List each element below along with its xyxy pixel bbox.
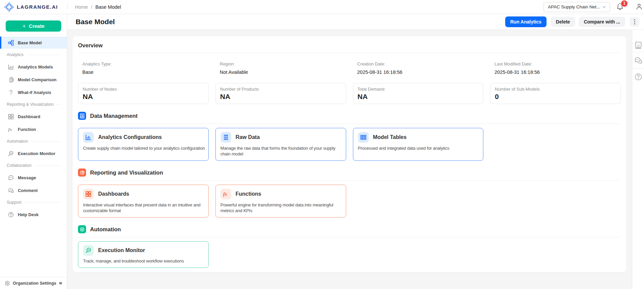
more-actions-button[interactable] bbox=[630, 17, 639, 27]
sidebar-item-label: What-if Analysis bbox=[18, 90, 51, 95]
stat-value: NA bbox=[358, 93, 479, 101]
run-analytics-button[interactable]: Run Analytics bbox=[505, 16, 547, 27]
field-value: 2025-08-31 16:18:56 bbox=[357, 69, 484, 75]
sidebar-item-message[interactable]: Message bbox=[0, 172, 67, 184]
field-value: Base bbox=[82, 69, 209, 75]
organization-settings-button[interactable]: Organization Settings bbox=[13, 281, 56, 286]
stat-value: NA bbox=[83, 93, 204, 101]
rail-chat-button[interactable] bbox=[632, 52, 644, 68]
sidebar-footer: Organization Settings « bbox=[0, 277, 67, 289]
logo: LAGRANGE.AI bbox=[0, 2, 67, 12]
comment-bubbles-icon bbox=[8, 188, 14, 193]
card-head: Raw Data bbox=[220, 132, 341, 143]
question-mark-icon bbox=[8, 90, 14, 95]
field-label: Creation Date: bbox=[357, 61, 484, 66]
raw-data-card[interactable]: Raw Data Manage the raw data that forms … bbox=[215, 128, 346, 161]
data-management-cards: Analytics Configurations Create supply c… bbox=[78, 128, 621, 161]
breadcrumb-home[interactable]: Home bbox=[75, 4, 88, 10]
function-fx-icon: fx bbox=[8, 127, 14, 132]
functions-card[interactable]: fx Functions Powerful engine for transfo… bbox=[215, 185, 346, 218]
sidebar-item-label: Function bbox=[18, 127, 36, 132]
card-head: Dashboards bbox=[83, 189, 204, 199]
vertical-dots-icon bbox=[634, 19, 635, 25]
bar-chart-icon bbox=[8, 64, 14, 70]
card-description: Interactive visual interfaces that prese… bbox=[83, 202, 207, 213]
sidebar-section-collaboration: Collaboration bbox=[0, 160, 67, 171]
card-title: Raw Data bbox=[236, 134, 260, 140]
analytics-configurations-card[interactable]: Analytics Configurations Create supply c… bbox=[78, 128, 209, 161]
help-circle-icon bbox=[8, 212, 14, 218]
sidebar-item-dashboard[interactable]: Dashboard bbox=[0, 110, 67, 123]
field-value: Not Available bbox=[220, 69, 346, 75]
sidebar-item-label: Dashboard bbox=[18, 114, 40, 119]
execution-monitor-card[interactable]: Execution Monitor Track, manage, and tro… bbox=[78, 241, 209, 268]
card-head: fx Functions bbox=[220, 189, 341, 199]
create-button[interactable]: + Create bbox=[6, 20, 61, 32]
section-title: Reporting and Visualization bbox=[90, 170, 163, 176]
card-head: Analytics Configurations bbox=[83, 132, 204, 143]
section-title: Automation bbox=[90, 226, 121, 233]
sidebar-item-label: Execution Monitor bbox=[18, 151, 55, 156]
model-tables-card[interactable]: Model Tables Processed and integrated da… bbox=[353, 128, 484, 161]
user-avatar-button[interactable] bbox=[636, 3, 643, 11]
sidebar-item-help-desk[interactable]: Help Desk bbox=[0, 208, 67, 221]
card-title: Dashboards bbox=[98, 191, 129, 197]
card-title: Model Tables bbox=[373, 134, 407, 140]
sidebar-item-label: Analytics Models bbox=[18, 64, 53, 69]
section-title: Data Management bbox=[90, 113, 137, 119]
rail-assistant-button[interactable] bbox=[632, 38, 644, 52]
page-header: Base Model Run Analytics Delete Compare … bbox=[67, 14, 644, 30]
section-divider bbox=[78, 237, 621, 237]
model-overview-card: Overview Analytics Type: Base Region: No… bbox=[73, 36, 626, 272]
breadcrumb-current: Base Model bbox=[95, 4, 121, 10]
topbar-right: APAC Supply Chain Net... 1 bbox=[544, 2, 644, 12]
model-nodes-icon bbox=[8, 40, 14, 46]
sidebar-item-comment[interactable]: Comment bbox=[0, 184, 67, 196]
breadcrumb-separator: / bbox=[91, 4, 92, 10]
workspace-select[interactable]: APAC Supply Chain Net... bbox=[544, 2, 610, 12]
breadcrumb: Home / Base Model bbox=[75, 4, 121, 10]
sidebar-item-label: Model Comparison bbox=[18, 77, 56, 82]
page-actions: Run Analytics Delete Compare with ... bbox=[505, 16, 639, 27]
compare-with-button[interactable]: Compare with ... bbox=[579, 17, 625, 27]
overview-title: Overview bbox=[78, 42, 621, 49]
card-description: Powerful engine for transforming model d… bbox=[220, 202, 344, 213]
stat-label: Total Demand bbox=[358, 87, 479, 92]
topbar: LAGRANGE.AI Home / Base Model APAC Suppl… bbox=[0, 0, 644, 14]
sidebar-item-function[interactable]: fx Function bbox=[0, 123, 67, 135]
sidebar-item-execution-monitor[interactable]: Execution Monitor bbox=[0, 147, 67, 159]
stat-value: NA bbox=[220, 93, 341, 101]
stat-label: Number of Sub-Models bbox=[495, 87, 616, 92]
automation-icon bbox=[78, 225, 86, 233]
overview-stats: Number of Nodes NA Number of Products NA… bbox=[78, 83, 621, 104]
dashboards-card[interactable]: Dashboards Interactive visual interfaces… bbox=[78, 185, 209, 218]
model-tables-icon bbox=[358, 132, 369, 143]
workspace-select-value: APAC Supply Chain Net... bbox=[548, 4, 602, 9]
automation-cards: Execution Monitor Track, manage, and tro… bbox=[78, 241, 621, 268]
field-value: 2025-08-31 16:18:56 bbox=[494, 69, 621, 75]
message-bubble-icon bbox=[8, 175, 14, 181]
sidebar-item-what-if[interactable]: What-if Analysis bbox=[0, 86, 67, 98]
stat-number-of-nodes: Number of Nodes NA bbox=[78, 83, 209, 104]
field-last-modified: Last Modified Date: 2025-08-31 16:18:56 bbox=[490, 61, 621, 75]
section-divider bbox=[78, 124, 621, 124]
field-label: Region: bbox=[220, 61, 346, 66]
notification-bell[interactable]: 1 bbox=[616, 3, 625, 11]
card-description: Manage the raw data that forms the found… bbox=[220, 146, 344, 157]
sidebar-item-label: Help Desk bbox=[18, 212, 39, 217]
card-title: Execution Monitor bbox=[98, 247, 145, 253]
create-button-label: Create bbox=[29, 23, 45, 29]
card-head: Execution Monitor bbox=[83, 245, 204, 256]
sidebar-item-model-comparison[interactable]: Model Comparison bbox=[0, 74, 67, 86]
sidebar-collapse-button[interactable]: « bbox=[59, 280, 62, 286]
rail-help-button[interactable] bbox=[632, 69, 644, 85]
notification-badge: 1 bbox=[621, 0, 628, 7]
field-analytics-type: Analytics Type: Base bbox=[78, 61, 209, 75]
sidebar-item-label: Base Model bbox=[18, 40, 42, 45]
sidebar-item-base-model[interactable]: Base Model bbox=[0, 37, 67, 49]
delete-button[interactable]: Delete bbox=[551, 17, 575, 27]
card-title: Analytics Configurations bbox=[98, 134, 162, 140]
stat-total-demand: Total Demand NA bbox=[353, 83, 484, 104]
sidebar-item-analytics-models[interactable]: Analytics Models bbox=[0, 61, 67, 73]
stat-number-of-sub-models: Number of Sub-Models 0 bbox=[490, 83, 621, 104]
